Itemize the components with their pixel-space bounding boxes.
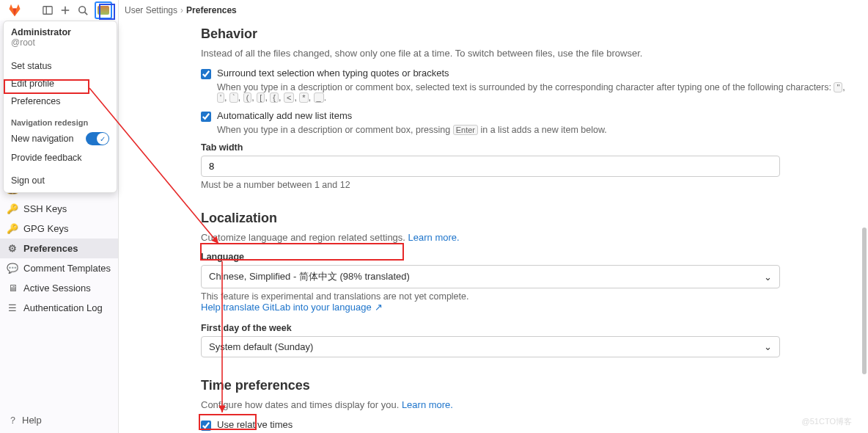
user-menu-handle: @root [11, 37, 109, 48]
external-link-icon: ↗ [375, 302, 383, 313]
breadcrumb-root[interactable]: User Settings [125, 5, 177, 15]
chevron-down-icon: ⌄ [764, 272, 772, 283]
user-menu-sign-out[interactable]: Sign out [4, 172, 117, 189]
svg-point-4 [79, 7, 86, 13]
user-avatar-button[interactable] [95, 1, 112, 19]
localization-desc: Customize language and region related se… [201, 232, 856, 243]
first-day-select[interactable]: System default (Sunday) ⌄ [201, 336, 780, 357]
plus-icon[interactable] [59, 4, 71, 16]
tab-width-help: Must be a number between 1 and 12 [201, 180, 856, 190]
svg-rect-0 [43, 7, 52, 15]
user-menu-provide-feedback[interactable]: Provide feedback [4, 149, 117, 167]
comment-icon: 💬 [7, 263, 18, 274]
breadcrumb: User Settings › Preferences [125, 0, 237, 21]
search-icon[interactable] [77, 4, 89, 16]
sidebar-item-active-sessions[interactable]: 🖥 Active Sessions [0, 278, 118, 298]
panel-icon[interactable] [42, 4, 54, 16]
tab-width-input[interactable] [201, 156, 780, 177]
list-icon: ☰ [7, 303, 18, 313]
user-menu-new-navigation[interactable]: New navigation [4, 128, 117, 149]
chevron-down-icon: ⌄ [764, 341, 772, 352]
language-help: This feature is experimental and transla… [201, 291, 856, 302]
language-select[interactable]: Chinese, Simplified - 简体中文 (98% translat… [201, 265, 780, 288]
user-menu-nav-redesign-label: Navigation redesign [4, 115, 117, 128]
quote-checkbox[interactable] [201, 69, 211, 79]
quote-help: When you type in a description or commen… [217, 82, 856, 103]
user-menu-popover: Administrator @root Set status Edit prof… [3, 21, 117, 193]
behavior-title: Behavior [201, 26, 856, 42]
section-localization: Localization Customize language and regi… [201, 211, 856, 357]
breadcrumb-current: Preferences [186, 5, 237, 15]
sidebar-item-auth-log[interactable]: ☰ Authentication Log [0, 298, 118, 318]
section-time: Time preferences Configure how dates and… [201, 378, 856, 433]
chevron-right-icon: › [180, 5, 183, 15]
list-help: When you type in a description or commen… [217, 125, 856, 135]
user-menu-preferences[interactable]: Preferences [4, 92, 117, 110]
time-desc: Configure how dates and times display fo… [201, 399, 856, 410]
time-learn-more-link[interactable]: Learn more. [402, 399, 453, 410]
first-day-label: First day of the week [201, 323, 856, 333]
relative-times-label: Use relative times [217, 419, 293, 430]
list-label: Automatically add new list items [217, 110, 352, 121]
user-menu-name: Administrator [11, 27, 109, 37]
avatar-image [98, 6, 109, 15]
tab-width-label: Tab width [201, 142, 856, 153]
gitlab-logo[interactable] [6, 1, 23, 19]
list-checkbox[interactable] [201, 112, 211, 122]
localization-title: Localization [201, 211, 856, 226]
key-icon: 🔑 [7, 224, 18, 234]
behavior-desc: Instead of all the files changed, show o… [201, 48, 856, 59]
translate-link[interactable]: Help translate GitLab into your language… [201, 302, 383, 313]
language-label: Language [201, 252, 856, 262]
sliders-icon: ⚙ [7, 244, 18, 254]
key-icon: 🔑 [7, 204, 18, 214]
localization-learn-more-link[interactable]: Learn more. [408, 232, 460, 243]
new-navigation-toggle[interactable] [86, 132, 109, 145]
user-menu-set-status[interactable]: Set status [4, 57, 117, 75]
quote-label: Surround text selection when typing quot… [217, 68, 449, 79]
svg-line-5 [85, 12, 88, 15]
section-behavior: Behavior Instead of all the files change… [201, 26, 856, 190]
sidebar-item-gpg-keys[interactable]: 🔑 GPG Keys [0, 219, 118, 239]
relative-times-checkbox[interactable] [201, 421, 211, 431]
scrollbar-thumb[interactable] [862, 228, 867, 374]
sidebar-item-preferences[interactable]: ⚙ Preferences [0, 239, 118, 258]
help-link[interactable]: ？ Help [0, 407, 118, 433]
time-title: Time preferences [201, 378, 856, 393]
help-icon: ？ [7, 415, 18, 426]
watermark: @51CTO博客 [802, 416, 852, 427]
sidebar-item-comment-templates[interactable]: 💬 Comment Templates [0, 258, 118, 278]
user-menu-edit-profile[interactable]: Edit profile [4, 75, 117, 92]
sidebar-item-ssh-keys[interactable]: 🔑 SSH Keys [0, 199, 118, 219]
monitor-icon: 🖥 [7, 283, 18, 294]
